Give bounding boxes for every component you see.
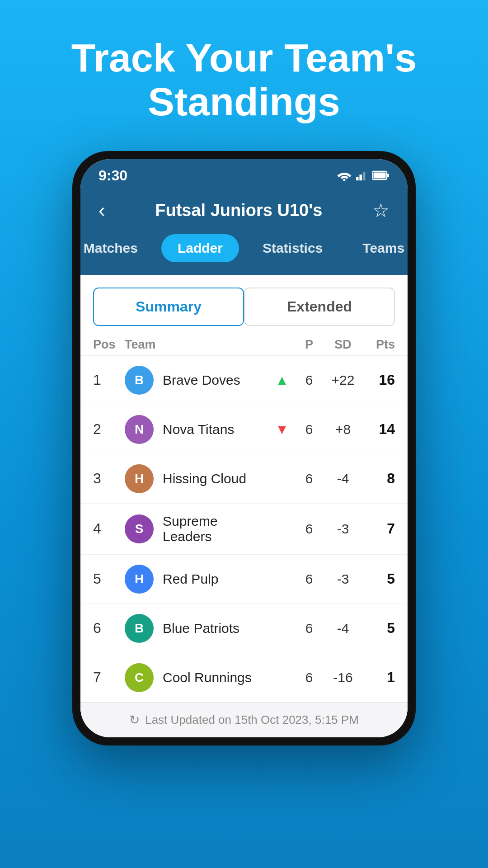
header-p: P bbox=[296, 338, 323, 352]
table-row: 3 H Hissing Cloud — 6 -4 8 bbox=[80, 454, 408, 503]
header-pts: Pts bbox=[363, 338, 395, 352]
trend-down-icon: ▼ bbox=[268, 422, 296, 437]
team-score-diff: -4 bbox=[323, 621, 363, 636]
summary-toggle[interactable]: Summary bbox=[93, 288, 244, 326]
status-time: 9:30 bbox=[99, 167, 127, 184]
svg-rect-2 bbox=[359, 175, 362, 180]
app-header: ‹ Futsal Juniors U10's ☆ bbox=[80, 189, 408, 234]
team-points: 14 bbox=[363, 421, 395, 438]
team-name: Nova Titans bbox=[163, 422, 268, 437]
team-position: 7 bbox=[93, 669, 125, 686]
table-row: 5 H Red Pulp — 6 -3 5 bbox=[80, 554, 408, 604]
svg-rect-6 bbox=[387, 174, 389, 177]
back-button[interactable]: ‹ bbox=[99, 200, 105, 220]
team-played: 6 bbox=[296, 621, 323, 636]
header-sd: SD bbox=[323, 338, 363, 352]
footer-bar: ↻ Last Updated on 15th Oct 2023, 5:15 PM bbox=[80, 702, 408, 737]
team-played: 6 bbox=[296, 521, 323, 537]
team-played: 6 bbox=[296, 422, 323, 437]
trend-none-icon: — bbox=[268, 471, 296, 486]
team-points: 7 bbox=[363, 520, 395, 537]
header-pos: Pos bbox=[93, 338, 125, 352]
team-name: Brave Doves bbox=[163, 373, 268, 388]
phone-screen: 9:30 ‹ bbox=[80, 159, 408, 737]
team-position: 4 bbox=[93, 520, 125, 537]
team-name: Blue Patriots bbox=[163, 621, 268, 636]
tab-matches[interactable]: Matches bbox=[80, 234, 154, 262]
teams-list: 1 B Brave Doves ▲ 6 +22 16 2 N Nova Tita… bbox=[80, 355, 408, 702]
phone-frame: 9:30 ‹ bbox=[72, 151, 416, 745]
table-row: 4 S Supreme Leaders — 6 -3 7 bbox=[80, 503, 408, 554]
table-row: 7 C Cool Runnings — 6 -16 1 bbox=[80, 653, 408, 702]
team-points: 5 bbox=[363, 620, 395, 637]
tab-statistics[interactable]: Statistics bbox=[246, 234, 339, 262]
team-avatar: N bbox=[125, 415, 154, 444]
table-row: 2 N Nova Titans ▼ 6 +8 14 bbox=[80, 405, 408, 454]
trend-none-icon: — bbox=[268, 521, 296, 537]
team-position: 3 bbox=[93, 470, 125, 487]
trend-up-icon: ▲ bbox=[268, 373, 296, 388]
team-name: Supreme Leaders bbox=[163, 514, 268, 544]
extended-toggle[interactable]: Extended bbox=[244, 288, 395, 326]
team-position: 1 bbox=[93, 372, 125, 388]
team-avatar: H bbox=[125, 565, 154, 594]
tabs-row: Matches Ladder Statistics Teams bbox=[80, 234, 408, 275]
status-bar: 9:30 bbox=[80, 159, 408, 189]
content-area: Summary Extended Pos Team P SD Pts 1 B B… bbox=[80, 275, 408, 737]
team-played: 6 bbox=[296, 471, 323, 486]
table-row: 6 B Blue Patriots — 6 -4 5 bbox=[80, 604, 408, 653]
battery-icon bbox=[372, 170, 389, 180]
team-score-diff: -3 bbox=[323, 571, 363, 587]
team-score-diff: -16 bbox=[323, 670, 363, 685]
team-points: 16 bbox=[363, 372, 395, 388]
header-team: Team bbox=[125, 338, 268, 352]
tab-teams[interactable]: Teams bbox=[346, 234, 408, 262]
view-toggle: Summary Extended bbox=[80, 275, 408, 334]
team-played: 6 bbox=[296, 571, 323, 587]
trend-none-icon: — bbox=[268, 621, 296, 636]
hero-title: Track Your Team's Standings bbox=[0, 0, 488, 151]
svg-rect-1 bbox=[356, 177, 359, 180]
team-position: 5 bbox=[93, 571, 125, 587]
status-icons bbox=[337, 170, 389, 181]
team-score-diff: -3 bbox=[323, 521, 363, 537]
table-row: 1 B Brave Doves ▲ 6 +22 16 bbox=[80, 355, 408, 405]
team-played: 6 bbox=[296, 373, 323, 388]
team-points: 5 bbox=[363, 571, 395, 587]
table-header: Pos Team P SD Pts bbox=[80, 334, 408, 355]
favorite-button[interactable]: ☆ bbox=[372, 199, 389, 222]
tab-ladder[interactable]: Ladder bbox=[161, 234, 239, 262]
team-points: 1 bbox=[363, 669, 395, 686]
team-score-diff: +22 bbox=[323, 373, 363, 388]
team-played: 6 bbox=[296, 670, 323, 685]
team-avatar: C bbox=[125, 663, 154, 692]
trend-none-icon: — bbox=[268, 571, 296, 587]
team-avatar: S bbox=[125, 514, 154, 543]
team-avatar: B bbox=[125, 614, 154, 643]
team-avatar: H bbox=[125, 464, 154, 493]
team-name: Cool Runnings bbox=[163, 670, 268, 685]
svg-rect-5 bbox=[374, 173, 386, 179]
team-position: 6 bbox=[93, 620, 125, 637]
svg-point-0 bbox=[343, 179, 346, 181]
signal-icon bbox=[356, 170, 368, 181]
refresh-icon: ↻ bbox=[129, 712, 140, 727]
team-score-diff: +8 bbox=[323, 422, 363, 437]
team-position: 2 bbox=[93, 421, 125, 438]
svg-rect-3 bbox=[363, 172, 366, 181]
team-name: Hissing Cloud bbox=[163, 471, 268, 486]
trend-none-icon: — bbox=[268, 670, 296, 685]
team-avatar: B bbox=[125, 366, 154, 395]
team-points: 8 bbox=[363, 470, 395, 487]
team-name: Red Pulp bbox=[163, 571, 268, 587]
wifi-icon bbox=[337, 170, 352, 181]
last-updated: Last Updated on 15th Oct 2023, 5:15 PM bbox=[145, 713, 359, 727]
team-score-diff: -4 bbox=[323, 471, 363, 486]
app-title: Futsal Juniors U10's bbox=[155, 201, 322, 220]
